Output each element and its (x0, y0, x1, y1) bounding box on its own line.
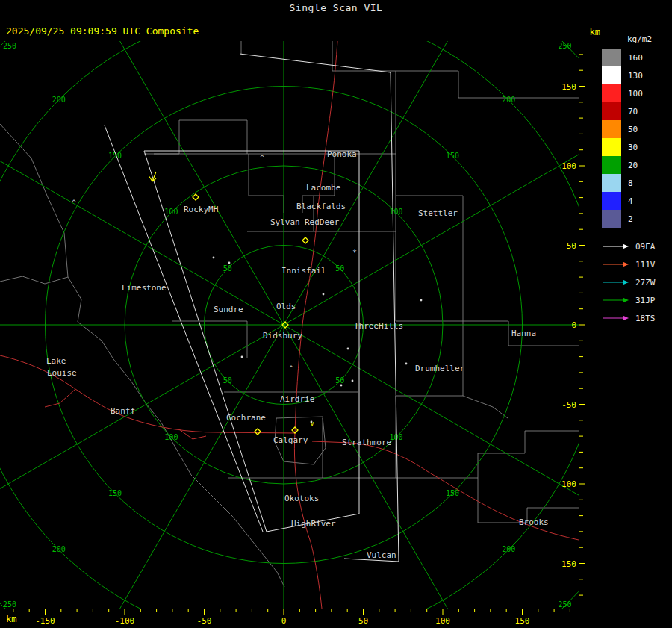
range-ring-label: 100 (390, 208, 403, 216)
y-tick-label: 100 (561, 161, 576, 171)
county-boundary-line (0, 276, 68, 284)
city-label: Lacombe (306, 183, 340, 193)
y-tick-label: 50 (567, 241, 576, 251)
town-dot (352, 380, 354, 382)
colorbar-entry: 100 (602, 84, 652, 102)
radar-direction-arrow-icon (602, 243, 630, 250)
city-label: Blackfalds (296, 202, 346, 211)
peak-caret-mark: ^ (260, 154, 264, 161)
arrow-head (623, 244, 629, 249)
colorbar-value: 100 (628, 89, 643, 99)
town-dot (405, 363, 408, 365)
colorbar-entry: 2 (602, 210, 652, 228)
azimuth-spoke (0, 325, 284, 534)
city-label: Louise (47, 368, 77, 378)
radar-site-id: 27ZW (635, 278, 656, 287)
city-label: Cochrane (226, 413, 266, 423)
colorbar-swatch (602, 120, 621, 138)
x-axis-unit-label: km (6, 614, 16, 624)
range-ring-label: 200 (502, 96, 515, 104)
range-ring-label: 100 (164, 208, 178, 216)
colorbar-value: 160 (628, 53, 643, 63)
arrow-head (623, 316, 629, 321)
city-label: Calgary (273, 435, 308, 445)
radar-application-window: { "window": { "title": "Single_Scan_VIL"… (0, 0, 672, 628)
asterisk-mark: * (352, 249, 357, 257)
radar-legend-entry: 27ZW (602, 273, 656, 291)
town-dot (241, 356, 243, 358)
range-ring-label: 100 (390, 433, 403, 441)
colorbar-value: 30 (628, 143, 638, 152)
radar-legend-entry: 31JP (602, 291, 656, 309)
scan-sector-outline (240, 54, 399, 562)
colorbar-value: 4 (628, 196, 633, 206)
county-boundary-line (396, 431, 579, 478)
city-label: Sylvan (270, 217, 300, 227)
city-label: Airdrie (280, 394, 314, 404)
arrow-head (623, 280, 629, 285)
town-dot (228, 262, 231, 264)
window-title-bar: Single_Scan_VIL (0, 0, 672, 16)
range-ring-label: 50 (223, 376, 232, 385)
range-ring-label: 150 (108, 489, 122, 497)
county-boundary-line (179, 120, 247, 154)
city-label: Stettler (418, 208, 458, 218)
town-dot (323, 293, 325, 296)
radar-legend-entry: 111V (602, 255, 656, 273)
colorbar-entry: 70 (602, 102, 652, 120)
site-diamond-marker (255, 429, 261, 435)
range-ring-label: 200 (52, 545, 66, 553)
city-label: Olds (276, 302, 296, 311)
colorbar-entry: 160 (602, 49, 652, 66)
x-tick-label: 50 (358, 616, 368, 626)
map-layers: 5050505010010010010015015015015020020020… (0, 0, 672, 628)
colorbar-swatch (602, 102, 621, 120)
colorbar-entry: 4 (602, 192, 652, 210)
city-label: Ponoka (327, 149, 357, 159)
y-tick-label: 150 (561, 82, 576, 92)
x-tick-label: -150 (35, 616, 55, 626)
colorbar-value: 50 (628, 125, 638, 134)
site-diamond-marker (302, 237, 308, 243)
range-ring-label: 200 (502, 545, 515, 553)
city-label: Drumheller (415, 364, 465, 373)
city-label: Strathmore (342, 438, 391, 447)
colorbar-swatch (602, 156, 621, 174)
radar-legend-entry: 18TS (602, 309, 656, 327)
radar-legend-entry: 09EA (602, 237, 656, 255)
county-boundary-line (249, 154, 284, 213)
scan-timestamp: 2025/09/25 09:09:59 UTC Composite (6, 25, 199, 37)
city-label: Banff (111, 406, 135, 416)
y-axis-unit-label: km (567, 27, 600, 37)
range-ring-label: 250 (559, 600, 572, 609)
radar-site-legend: 09EA111V27ZW31JP18TS (602, 237, 656, 327)
vil-colorbar: kg/m2 16013010070503020842 (602, 34, 652, 228)
town-dot (347, 348, 349, 350)
radar-direction-arrow-icon (602, 296, 630, 304)
city-label: Didsbury (263, 331, 302, 341)
city-label: Lake (46, 356, 66, 366)
colorbar-entry: 8 (602, 174, 652, 192)
x-tick-label: 0 (281, 616, 287, 626)
colorbar-entry: 130 (602, 66, 652, 84)
azimuth-spoke (284, 0, 493, 325)
range-ring-label: 50 (335, 376, 344, 385)
colorbar-entry: 50 (602, 120, 652, 138)
city-label: Okotoks (284, 494, 319, 503)
colorbar-swatch (602, 192, 621, 210)
azimuth-spoke (284, 325, 646, 534)
colorbar-value: 8 (628, 178, 633, 188)
colorbar-swatch (602, 66, 621, 84)
range-ring-label: 150 (446, 489, 459, 497)
range-ring-label: 50 (223, 264, 232, 273)
highway-line (45, 389, 75, 407)
range-ring-label: 200 (52, 96, 66, 104)
range-ring-label: 100 (164, 433, 178, 441)
county-boundary-line (396, 154, 463, 321)
colorbar-value: 130 (628, 71, 643, 81)
city-label: Vulcan (367, 550, 396, 560)
range-ring-label: 150 (446, 152, 459, 160)
radar-direction-arrow-icon (602, 314, 630, 322)
arrow-head (623, 262, 629, 267)
x-tick-label: -100 (115, 616, 135, 626)
